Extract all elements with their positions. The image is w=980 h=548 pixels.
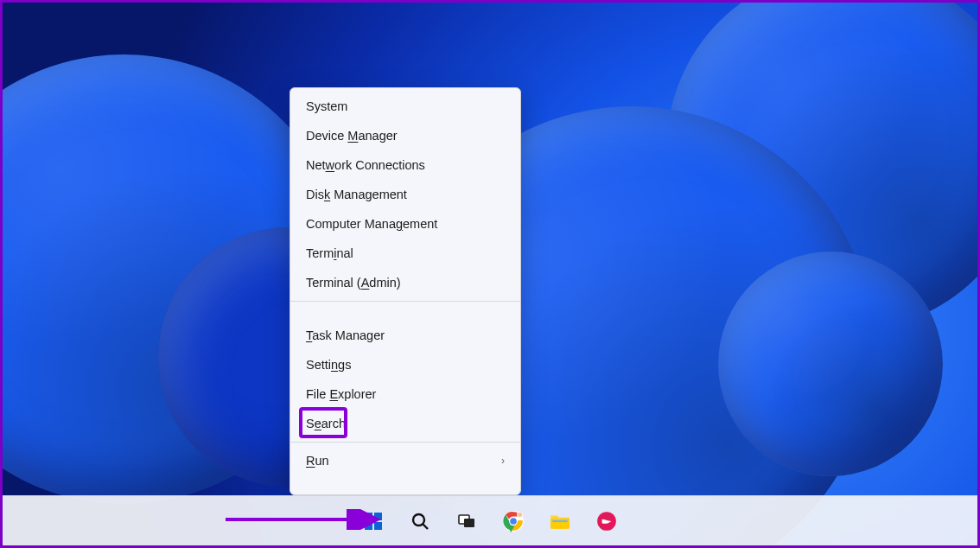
svg-rect-1 <box>374 513 382 520</box>
svg-line-5 <box>423 524 429 529</box>
taskbar <box>3 495 977 545</box>
menu-item-task-manager[interactable] <box>290 305 520 321</box>
menu-item-label: System <box>306 99 347 113</box>
svg-point-11 <box>517 512 523 518</box>
menu-item-network-connections[interactable]: Network Connections <box>290 150 520 180</box>
menu-item-label: Computer Management <box>306 217 437 231</box>
svg-point-4 <box>413 514 424 526</box>
menu-separator <box>290 301 520 302</box>
menu-item-label: Network Connections <box>306 158 425 172</box>
menu-item-label: File Explorer <box>306 387 376 401</box>
menu-item-label: Settings <box>306 358 351 372</box>
chevron-right-icon: › <box>501 455 505 467</box>
windows-icon <box>363 511 384 532</box>
menu-separator <box>290 442 520 443</box>
menu-item-terminal-admin[interactable]: Terminal (Admin) <box>290 268 520 297</box>
wallpaper-decoration <box>718 252 943 476</box>
chrome-icon <box>502 510 525 532</box>
start-button[interactable] <box>356 504 391 538</box>
task-view-button[interactable] <box>449 504 484 538</box>
chrome-button[interactable] <box>496 504 531 538</box>
pink-app-icon <box>595 510 618 532</box>
svg-rect-12 <box>550 518 570 528</box>
menu-item-terminal[interactable]: Terminal <box>290 239 520 268</box>
menu-item-system[interactable]: System <box>290 92 520 121</box>
menu-item-label: Disk Management <box>306 188 407 201</box>
pink-app-button[interactable] <box>589 504 624 538</box>
svg-rect-0 <box>365 513 372 520</box>
menu-item-shut-down-or-sign-out[interactable]: Run› <box>290 446 520 475</box>
folder-icon <box>549 510 571 532</box>
menu-item-settings[interactable]: Task Manager <box>290 321 520 350</box>
file-explorer-button[interactable] <box>543 504 577 538</box>
menu-item-device-manager[interactable]: Device Manager <box>290 121 520 150</box>
start-context-menu[interactable]: SystemDevice ManagerNetwork ConnectionsD… <box>290 87 521 495</box>
menu-item-disk-management[interactable]: Disk Management <box>290 180 520 209</box>
menu-item-file-explorer[interactable]: Settings <box>290 350 520 379</box>
menu-item-label: Terminal <box>306 246 353 260</box>
menu-item-label: Task Manager <box>306 328 385 342</box>
svg-rect-13 <box>552 519 567 521</box>
menu-item-search[interactable]: File Explorer <box>290 379 520 409</box>
task-view-icon <box>456 511 477 532</box>
menu-item-label: Terminal (Admin) <box>306 276 401 290</box>
menu-item-run[interactable]: Search <box>290 409 520 438</box>
search-icon <box>410 511 430 532</box>
menu-item-label: Run <box>306 454 329 468</box>
search-button[interactable] <box>403 504 437 538</box>
menu-item-label: Search <box>306 417 346 430</box>
svg-rect-3 <box>374 522 382 530</box>
menu-item-label: Device Manager <box>306 129 398 143</box>
menu-item-desktop[interactable] <box>290 475 520 491</box>
menu-item-computer-management[interactable]: Computer Management <box>290 209 520 239</box>
svg-rect-7 <box>464 519 474 527</box>
svg-rect-2 <box>365 522 372 530</box>
